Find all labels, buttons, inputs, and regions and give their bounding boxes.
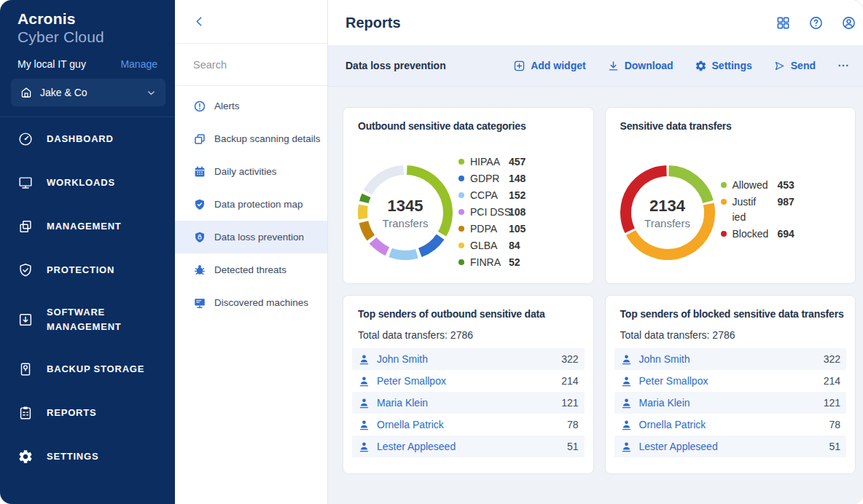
widget-title: Top senders of outbound sensitive data xyxy=(352,308,585,320)
manage-link[interactable]: Manage xyxy=(120,58,157,70)
report-item-label: Daily activities xyxy=(214,166,277,177)
sidebar-item-settings[interactable]: SETTINGS xyxy=(0,435,175,479)
report-item-label: Data loss prevention xyxy=(214,232,304,243)
report-item-label: Detected threats xyxy=(214,264,286,275)
account-icon[interactable] xyxy=(841,15,856,31)
more-actions-button[interactable] xyxy=(837,59,850,72)
report-item-detected-threats[interactable]: Detected threats xyxy=(175,253,327,286)
main-panel: Reports Data loss prevention Add widgetD… xyxy=(328,0,863,504)
sidebar-item-protection[interactable]: PROTECTION xyxy=(0,248,175,292)
report-item-label: Data protection map xyxy=(214,199,303,210)
chevron-down-icon xyxy=(146,87,157,98)
sender-name-link[interactable]: Peter Smallpox xyxy=(377,375,446,387)
sender-value: 214 xyxy=(561,375,578,387)
sidebar-item-backup-storage[interactable]: BACKUP STORAGE xyxy=(0,347,175,391)
sender-row: Maria Klein 121 xyxy=(614,392,847,414)
calendar-icon xyxy=(193,165,206,178)
sender-name-link[interactable]: Ornella Patrick xyxy=(639,419,706,430)
sender-name-link[interactable]: John Smith xyxy=(377,353,428,365)
brand-logo: Acronis Cyber Cloud xyxy=(0,0,175,46)
widget-title: Sensitive data transfers xyxy=(620,120,841,132)
sender-value: 322 xyxy=(561,353,578,365)
widget-top-senders-of-outbound-sensitive-data: Top senders of outbound sensitive data T… xyxy=(343,295,594,474)
sidebar-item-label: PROTECTION xyxy=(47,263,114,277)
legend-dot xyxy=(458,192,464,198)
gear-filled-icon xyxy=(695,60,707,72)
report-item-discovered-machines[interactable]: Discovered machines xyxy=(175,286,327,319)
report-item-backup-scanning-details[interactable]: Backup scanning details xyxy=(175,122,327,155)
help-icon[interactable] xyxy=(808,15,824,31)
sender-name-link[interactable]: Maria Klein xyxy=(377,397,428,409)
sidebar-nav: DASHBOARDWORKLOADSMANAGEMENTPROTECTIONSO… xyxy=(0,117,175,479)
report-item-data-loss-prevention[interactable]: Data loss prevention xyxy=(175,221,327,253)
sidebar-item-dashboard[interactable]: DASHBOARD xyxy=(0,117,175,161)
sidebar-item-workloads[interactable]: WORKLOADS xyxy=(0,161,175,205)
person-icon xyxy=(620,419,633,431)
software-icon xyxy=(17,312,34,328)
legend-value: 108 xyxy=(509,205,526,220)
person-icon xyxy=(620,441,633,453)
sender-row: Maria Klein 121 xyxy=(352,392,585,414)
legend-row: PDPA105 xyxy=(458,221,526,237)
sender-value: 51 xyxy=(567,441,579,452)
shield-check-icon xyxy=(193,198,206,211)
report-item-data-protection-map[interactable]: Data protection map xyxy=(175,188,327,221)
page-title: Reports xyxy=(345,15,401,31)
legend-row: GLBA84 xyxy=(458,238,526,253)
sender-row: John Smith 322 xyxy=(614,348,847,370)
legend-label: Justif​ied xyxy=(733,194,769,225)
legend-row: Blocked694 xyxy=(721,227,794,242)
sender-name-link[interactable]: John Smith xyxy=(639,353,690,365)
sidebar-item-label: MANAGEMENT xyxy=(47,219,122,234)
backup-icon xyxy=(17,361,34,377)
legend-label: PCI DSS xyxy=(470,205,506,220)
sidebar-item-label: WORKLOADS xyxy=(47,176,115,190)
report-item-alerts[interactable]: Alerts xyxy=(175,90,327,122)
sidebar-item-reports[interactable]: REPORTS xyxy=(0,391,175,435)
legend-dot xyxy=(458,176,464,181)
legend-label: CCPA xyxy=(470,188,506,203)
sender-name-link[interactable]: Maria Klein xyxy=(639,397,690,409)
main-sidebar: Acronis Cyber Cloud My local IT guy Mana… xyxy=(0,0,175,504)
company-selector[interactable]: Jake & Co xyxy=(11,79,165,106)
add-widget-button[interactable]: Add widget xyxy=(513,60,585,72)
sender-name-link[interactable]: Ornella Patrick xyxy=(377,419,444,430)
scan-icon xyxy=(193,133,206,146)
legend-value: 152 xyxy=(509,188,526,203)
sender-row: Peter Smallpox 214 xyxy=(614,370,847,392)
donut-total-label: Transfers xyxy=(383,217,429,229)
page-header: Reports xyxy=(328,0,863,45)
legend-label: Allowed xyxy=(733,178,769,193)
sender-name-link[interactable]: Lester Appleseed xyxy=(639,441,718,452)
report-item-daily-activities[interactable]: Daily activities xyxy=(175,155,327,188)
donut-total: 1345 xyxy=(388,197,423,216)
person-icon xyxy=(358,441,370,453)
report-item-label: Discovered machines xyxy=(214,297,308,308)
download-icon xyxy=(607,60,620,72)
widget-outbound-sensitive-data-categories: Outbound sensitive data categories 1345 … xyxy=(343,107,594,284)
legend-dot xyxy=(458,226,464,232)
legend-label: PDPA xyxy=(470,221,506,237)
legend-row: Justif​ied987 xyxy=(721,194,794,225)
back-button[interactable] xyxy=(193,15,206,28)
sender-name-link[interactable]: Peter Smallpox xyxy=(639,375,708,387)
reports-sidebar: AlertsBackup scanning detailsDaily activ… xyxy=(175,0,328,504)
sidebar-item-label: BACKUP STORAGE xyxy=(47,362,144,377)
account-name: My local IT guy xyxy=(17,58,86,70)
management-icon xyxy=(17,218,34,235)
sender-name-link[interactable]: Lester Appleseed xyxy=(377,441,456,452)
search-input[interactable] xyxy=(193,59,309,71)
legend-row: FINRA52 xyxy=(458,255,526,270)
sender-value: 121 xyxy=(824,397,840,409)
person-icon xyxy=(620,375,633,387)
sender-value: 121 xyxy=(561,397,578,409)
send-button[interactable]: Send xyxy=(773,60,816,72)
sidebar-item-management[interactable]: MANAGEMENT xyxy=(0,205,175,248)
sender-row: John Smith 322 xyxy=(352,348,585,370)
sidebar-item-label: REPORTS xyxy=(47,406,96,420)
sidebar-item-software-management[interactable]: SOFTWARE MANAGEMENT xyxy=(0,292,175,347)
settings-button[interactable]: Settings xyxy=(695,60,752,72)
reports-icon xyxy=(17,405,34,421)
apps-grid-icon[interactable] xyxy=(776,15,791,31)
download-button[interactable]: Download xyxy=(607,60,673,72)
